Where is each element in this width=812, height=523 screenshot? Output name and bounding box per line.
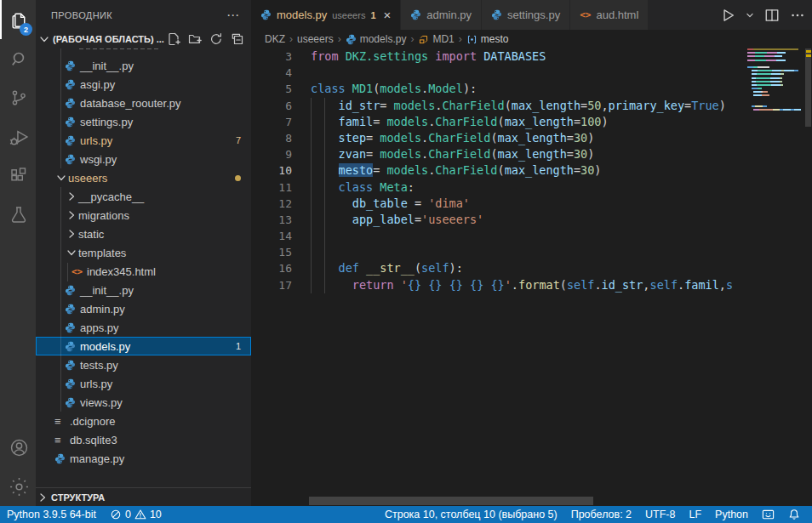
activity-source-control-button[interactable]: [0, 78, 36, 117]
tree-item-apps-py[interactable]: apps.py: [36, 318, 251, 337]
line-number[interactable]: 4: [251, 65, 292, 81]
code-line-14[interactable]: 14: [251, 228, 747, 244]
line-number[interactable]: 8: [251, 130, 292, 146]
vertical-scrollbar[interactable]: [804, 48, 812, 506]
activity-run-debug-button[interactable]: [0, 117, 36, 156]
run-button[interactable]: [720, 8, 735, 23]
collapse-all-button[interactable]: [231, 32, 244, 46]
tree-item-templates[interactable]: templates: [36, 243, 251, 262]
tree-item-database-roouter-py[interactable]: database_roouter.py: [36, 94, 251, 112]
activity-search-button[interactable]: [0, 39, 36, 78]
more-actions-button[interactable]: [790, 8, 805, 23]
code-line-4[interactable]: 4: [251, 65, 747, 81]
line-number[interactable]: 6: [251, 98, 292, 114]
code-line-12[interactable]: 12 db_table = 'dima': [251, 196, 747, 212]
tree-item-manage-py[interactable]: manage.py: [36, 449, 251, 468]
breadcrumb-useeers[interactable]: useeers: [297, 33, 334, 45]
line-number[interactable]: 11: [251, 179, 292, 196]
activity-testing-button[interactable]: [0, 196, 36, 235]
line-number[interactable]: 7: [251, 114, 292, 130]
tree-item-tests-py[interactable]: tests.py: [36, 355, 251, 374]
code-line-11[interactable]: 11 class Meta:: [251, 179, 747, 196]
tab-aud-html[interactable]: <>aud.html: [570, 0, 649, 30]
tree-item--init-py[interactable]: __init__.py: [36, 56, 251, 75]
code-line-10[interactable]: 10 mesto= models.CharField(max_length=30…: [251, 162, 747, 179]
minimap[interactable]: [747, 48, 804, 112]
run-dropdown-button[interactable]: [746, 11, 754, 20]
line-number[interactable]: 16: [251, 260, 292, 276]
code-line-17[interactable]: 17 return '{} {} {} {} {}'.format(self.i…: [251, 277, 747, 293]
tree-item-useeers[interactable]: useeers: [36, 168, 251, 187]
tab-models-py[interactable]: models.pyuseeers1×: [251, 0, 401, 30]
activity-account-button[interactable]: [0, 428, 36, 467]
breadcrumb-mesto[interactable]: mesto: [466, 33, 509, 45]
tree-item-urls-py[interactable]: urls.py: [36, 374, 251, 393]
code-line-5[interactable]: 5class MD1(models.Model):: [251, 81, 747, 97]
new-file-button[interactable]: [167, 32, 180, 46]
line-number[interactable]: 9: [251, 146, 292, 162]
status-item[interactable]: Строка 10, столбец 10 (выбрано 5): [378, 506, 564, 523]
status-item[interactable]: LF: [682, 506, 708, 523]
explorer-more-actions-icon[interactable]: ⋯: [226, 8, 239, 23]
tab-settings-py[interactable]: settings.py: [482, 0, 570, 30]
tree-item-asgi-py[interactable]: asgi.py: [36, 75, 251, 94]
tree-item-models-py[interactable]: models.py1: [36, 337, 251, 355]
line-number[interactable]: 13: [251, 212, 292, 228]
code-line-7[interactable]: 7 famil= models.CharField(max_length=100…: [251, 114, 747, 130]
code-line-9[interactable]: 9 zvan= models.CharField(max_length=30): [251, 146, 747, 162]
horizontal-scrollbar[interactable]: [309, 497, 593, 505]
code-line-13[interactable]: 13 app_label='useeers': [251, 212, 747, 228]
code-line-16[interactable]: 16 def __str__(self):: [251, 260, 747, 276]
breadcrumb-dkz[interactable]: DKZ: [265, 33, 285, 45]
workspace-section-header[interactable]: (РАБОЧАЯ ОБЛАСТЬ) ...: [36, 30, 251, 48]
explorer-title-row: ПРОВОДНИК ⋯: [36, 0, 251, 30]
line-number[interactable]: 12: [251, 196, 292, 212]
status-item[interactable]: Пробелов: 2: [564, 506, 638, 523]
outline-section-header[interactable]: СТРУКТУРА: [36, 487, 251, 507]
line-number[interactable]: 15: [251, 244, 292, 260]
scrollbar-thumb[interactable]: [805, 48, 811, 127]
tab-admin-py[interactable]: admin.py: [401, 0, 482, 30]
tree-item-settings-py[interactable]: settings.py: [36, 112, 251, 131]
status-python-version[interactable]: Python 3.9.5 64-bit: [0, 506, 103, 523]
code-line-15[interactable]: 15: [251, 244, 747, 260]
activity-explorer-button[interactable]: 2: [0, 0, 36, 39]
code-line-6[interactable]: 6 id_str= models.CharField(max_length=50…: [251, 98, 747, 114]
tree-item-label: useeers: [68, 172, 107, 185]
tree-item--pycache-[interactable]: __pycache__: [36, 187, 251, 206]
line-number[interactable]: 5: [251, 81, 292, 97]
line-number[interactable]: 14: [251, 228, 292, 244]
activity-settings-button[interactable]: [0, 467, 36, 506]
code-line-3[interactable]: 3from DKZ.settings import DATABASES: [251, 48, 747, 65]
overview-warning-mark: [806, 50, 811, 53]
line-number[interactable]: 10: [251, 162, 292, 179]
refresh-button[interactable]: [209, 32, 223, 46]
new-folder-button[interactable]: [188, 32, 202, 46]
split-editor-button[interactable]: [764, 8, 780, 23]
status-feedback-button[interactable]: [755, 506, 781, 523]
status-item[interactable]: UTF-8: [638, 506, 682, 523]
code-line-8[interactable]: 8 step= models.CharField(max_length=30): [251, 130, 747, 146]
tree-item--init-py[interactable]: __init__.py: [36, 281, 251, 299]
tree-item-urls-py[interactable]: urls.py7: [36, 131, 251, 150]
line-number[interactable]: 3: [251, 48, 292, 65]
breadcrumb-md1[interactable]: MD1: [418, 33, 454, 45]
line-number[interactable]: 17: [251, 277, 292, 293]
tree-item-wsgi-py[interactable]: wsgi.py: [36, 150, 251, 168]
close-icon[interactable]: ×: [384, 9, 392, 21]
tree-item-views-py[interactable]: views.py: [36, 393, 251, 412]
tree-item-migrations[interactable]: migrations: [36, 206, 251, 225]
tree-item-admin-py[interactable]: admin.py: [36, 299, 251, 318]
tree-item-db-sqlite3[interactable]: ≡db.sqlite3: [36, 430, 251, 449]
breadcrumb-models-py[interactable]: models.py: [346, 33, 407, 45]
status-problems[interactable]: 010: [103, 506, 169, 523]
status-item[interactable]: Python: [708, 506, 755, 523]
tree-item-static[interactable]: static: [36, 225, 251, 243]
status-label: UTF-8: [645, 509, 675, 520]
code-editor[interactable]: 3from DKZ.settings import DATABASES45cla…: [251, 48, 812, 506]
tree-item--dcignore[interactable]: ≡.dcignore: [36, 412, 251, 430]
activity-extensions-button[interactable]: [0, 156, 36, 196]
tree-item-label: __init__.py: [80, 60, 134, 72]
status-bell-button[interactable]: [781, 506, 807, 523]
code-text: class Meta:: [311, 179, 415, 196]
